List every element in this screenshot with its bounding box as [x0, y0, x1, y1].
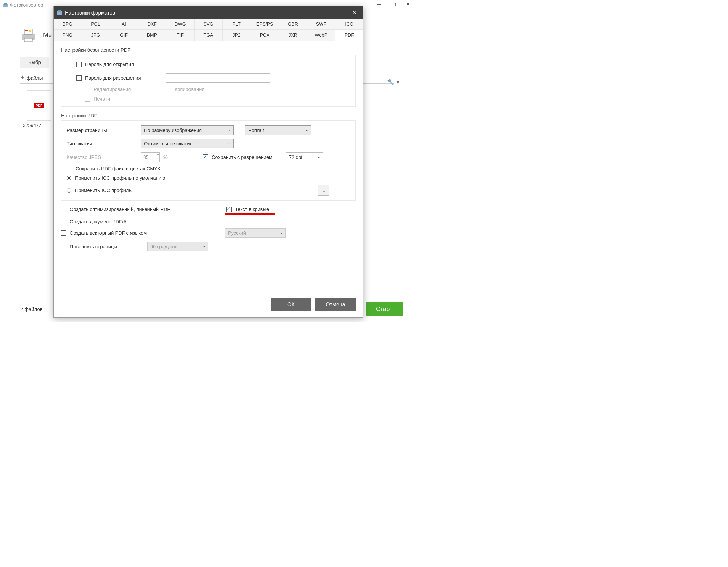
cancel-button[interactable]: Отмена [315, 298, 356, 311]
password-open-input[interactable] [166, 60, 270, 69]
format-tab-tif[interactable]: TIF [166, 30, 195, 41]
format-tab-svg[interactable]: SVG [195, 19, 223, 29]
format-tab-webp[interactable]: WebP [307, 30, 336, 41]
save-dpi-checkbox[interactable] [203, 154, 208, 160]
jpeg-quality-label: Качество JPEG [67, 154, 138, 160]
plus-icon[interactable]: + [20, 73, 25, 82]
allow-printing-checkbox [85, 96, 90, 102]
svg-rect-7 [24, 38, 32, 42]
svg-rect-6 [29, 30, 31, 32]
percent-label: % [163, 154, 173, 160]
text-to-curves-label: Текст в кривые [235, 207, 269, 212]
vector-lang-select: Русский [225, 228, 286, 238]
printer-icon [20, 27, 36, 43]
page-size-select[interactable]: По размеру изображения [141, 125, 234, 135]
format-tab-bmp[interactable]: BMP [138, 30, 167, 41]
save-dpi-label: Сохранить с разрешением [212, 154, 283, 160]
format-tab-png[interactable]: PNG [54, 30, 82, 41]
maximize-icon[interactable]: ▢ [391, 1, 396, 7]
icc-custom-radio[interactable] [67, 188, 71, 193]
rotate-pages-checkbox[interactable] [61, 244, 66, 249]
text-to-curves-checkbox[interactable] [226, 207, 232, 212]
icc-default-radio[interactable] [67, 176, 71, 180]
format-tab-plt[interactable]: PLT [223, 19, 251, 29]
svg-rect-1 [4, 3, 7, 5]
format-settings-dialog: Настройки форматов ✕ BPGPCLAIDXFDWGSVGPL… [53, 6, 363, 318]
jpeg-quality-spinner: 85 [141, 152, 160, 162]
cmyk-label: Сохранить PDF файл в цветах CMYK [76, 166, 161, 171]
file-thumbnail[interactable]: PDF [27, 90, 51, 121]
allow-copying-checkbox [166, 87, 171, 92]
dialog-title: Настройки форматов [65, 10, 115, 16]
allow-editing-checkbox [85, 87, 90, 92]
vector-lang-label: Создать векторный PDF с языком [70, 230, 222, 236]
format-tab-bpg[interactable]: BPG [54, 19, 82, 29]
rotate-degrees-select: 90 градусов [147, 242, 208, 251]
linear-pdf-label: Создать оптимизированный, линейный PDF [70, 207, 170, 212]
pdf-section: Размер страницы По размеру изображения P… [61, 120, 356, 201]
format-tabs-row1: BPGPCLAIDXFDWGSVGPLTEPS/PSGBRSWFICO [54, 19, 363, 30]
cmyk-checkbox[interactable] [67, 166, 72, 171]
security-section-title: Настройки безопасности PDF [61, 47, 356, 53]
dpi-select[interactable]: 72 dpi [286, 152, 323, 162]
compression-select[interactable]: Оптимальное сжатие [141, 139, 234, 148]
allow-editing-label: Редактирования [94, 87, 163, 92]
dialog-body: BPGPCLAIDXFDWGSVGPLTEPS/PSGBRSWFICO PNGJ… [54, 19, 363, 292]
menu-label: Ме [43, 32, 52, 39]
dialog-icon [57, 10, 62, 15]
pdf-section-title: Настройки PDF [61, 113, 356, 118]
main-system-buttons: — ▢ ✕ [377, 1, 410, 7]
password-open-checkbox[interactable] [76, 62, 82, 67]
pdf-badge: PDF [34, 103, 44, 108]
allow-printing-label: Печати [94, 96, 110, 102]
icc-browse-button[interactable]: ... [318, 185, 329, 196]
svg-rect-5 [25, 32, 28, 32]
start-button[interactable]: Старт [366, 302, 403, 316]
highlight-annotation [225, 213, 275, 215]
format-tab-swf[interactable]: SWF [307, 19, 336, 29]
orientation-select[interactable]: Portrait [245, 125, 311, 135]
format-tab-jxr[interactable]: JXR [279, 30, 307, 41]
format-tab-gif[interactable]: GIF [110, 30, 138, 41]
format-tab-dxf[interactable]: DXF [138, 19, 167, 29]
page-size-label: Размер страницы [67, 127, 138, 133]
file-count: 2 файлов [20, 306, 43, 312]
extra-section: Создать оптимизированный, линейный PDF Т… [61, 207, 356, 251]
select-files-tab[interactable]: Выбр [20, 57, 49, 68]
format-tab-gbr[interactable]: GBR [279, 19, 307, 29]
rotate-pages-label: Повернуть страницы [70, 244, 144, 249]
close-icon[interactable]: ✕ [406, 1, 410, 7]
password-open-label: Пароль для открытия [85, 62, 163, 67]
pdfa-checkbox[interactable] [61, 219, 66, 224]
pdf-settings-content: Настройки безопасности PDF Пароль для от… [54, 41, 363, 255]
add-files-label[interactable]: файлы [27, 75, 43, 81]
vector-lang-checkbox[interactable] [61, 230, 66, 236]
dialog-titlebar: Настройки форматов ✕ [54, 6, 363, 19]
format-tab-ico[interactable]: ICO [335, 19, 363, 29]
format-tab-jpg[interactable]: JPG [82, 30, 110, 41]
minimize-icon[interactable]: — [377, 1, 381, 7]
format-tab-jp2[interactable]: JP2 [223, 30, 251, 41]
format-tab-pdf[interactable]: PDF [335, 30, 363, 41]
linear-pdf-checkbox[interactable] [61, 207, 66, 212]
app-title: Фотоконвертер [10, 2, 43, 8]
format-tab-pcx[interactable]: PCX [251, 30, 279, 41]
icc-default-label: Применить ICC профиль по умолчанию [75, 175, 165, 181]
wrench-icon[interactable]: 🔧 ▾ [387, 78, 399, 86]
format-tab-dwg[interactable]: DWG [166, 19, 195, 29]
format-tab-pcl[interactable]: PCL [82, 19, 110, 29]
dialog-close-icon[interactable]: ✕ [349, 8, 360, 17]
format-tab-epsps[interactable]: EPS/PS [251, 19, 279, 29]
format-tabs-row2: PNGJPGGIFBMPTIFTGAJP2PCXJXRWebPPDF [54, 30, 363, 41]
svg-rect-9 [58, 10, 61, 12]
password-permission-label: Пароль для разрешения [85, 75, 163, 81]
format-tab-ai[interactable]: AI [110, 19, 138, 29]
icc-custom-label: Применить ICC профиль [75, 188, 216, 193]
icc-path-input[interactable] [220, 186, 314, 195]
security-section: Пароль для открытия Пароль для разрешени… [61, 55, 356, 107]
ok-button[interactable]: ОК [271, 298, 311, 311]
format-tab-tga[interactable]: TGA [195, 30, 223, 41]
allow-copying-label: Копирования [175, 87, 204, 92]
password-permission-input[interactable] [166, 73, 270, 83]
password-permission-checkbox[interactable] [76, 75, 82, 81]
